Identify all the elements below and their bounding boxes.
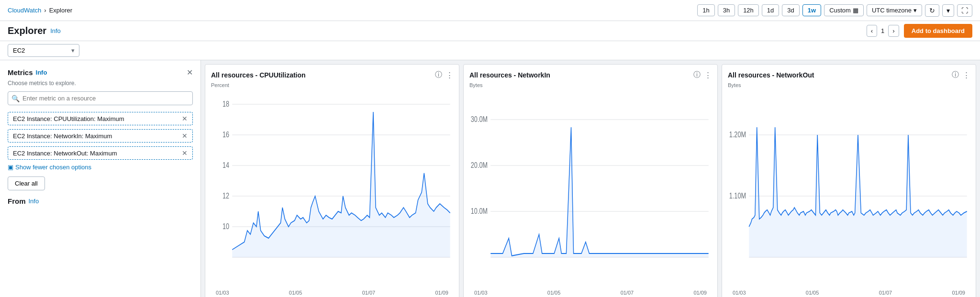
time-1w[interactable]: 1w <box>802 4 821 16</box>
x-label-networkout-1: 01/03 <box>733 290 746 296</box>
from-label: From <box>8 197 26 205</box>
remove-networkin-icon[interactable]: ✕ <box>182 132 188 140</box>
breadcrumb-separator: › <box>44 7 46 14</box>
svg-text:30.0M: 30.0M <box>471 115 488 123</box>
chart-title-cpu: All resources - CPUUtilization <box>211 71 306 79</box>
svg-text:12: 12 <box>223 191 229 200</box>
breadcrumb-current: Explorer <box>49 7 72 14</box>
chevron-down-icon: ▾ <box>947 7 950 14</box>
metric-networkout-label: EC2 Instance: NetworkOut: Maximum <box>13 150 117 157</box>
svg-marker-25 <box>749 127 967 257</box>
chart-menu-btn-networkout[interactable]: ⋮ <box>963 71 970 79</box>
top-bar: CloudWatch › Explorer 1h 3h 12h 1d 3d 1w… <box>0 0 980 21</box>
time-custom[interactable]: Custom ▦ <box>824 4 864 16</box>
chart-header-icons-networkout: ⓘ ⋮ <box>952 70 970 79</box>
search-box: 🔍 <box>8 91 193 105</box>
chart-container-networkin: 30.0M 20.0M 10.0M <box>469 89 712 288</box>
x-label-cpu-4: 01/09 <box>435 290 448 296</box>
time-1h[interactable]: 1h <box>697 4 714 16</box>
chart-header-cpu: All resources - CPUUtilization ⓘ ⋮ <box>211 70 453 79</box>
chart-y-label-networkin: Bytes <box>469 82 712 88</box>
ec2-select-bar: EC2 RDS Lambda ECS ▾ <box>0 41 980 60</box>
chart-header-icons-cpu: ⓘ ⋮ <box>435 70 453 79</box>
time-3h[interactable]: 3h <box>718 4 735 16</box>
time-3d[interactable]: 3d <box>782 4 799 16</box>
add-to-dashboard-btn[interactable]: Add to dashboard <box>904 24 972 38</box>
search-input[interactable] <box>8 91 193 105</box>
metric-cpu-label: EC2 Instance: CPUUtilization: Maximum <box>13 115 124 122</box>
timezone-btn[interactable]: UTC timezone ▾ <box>867 4 922 16</box>
svg-marker-11 <box>232 112 450 257</box>
close-sidebar-btn[interactable]: ✕ <box>187 68 193 77</box>
chart-card-networkin: All resources - NetworkIn ⓘ ⋮ Bytes 30.0… <box>463 64 718 297</box>
x-label-networkout-3: 01/07 <box>879 290 892 296</box>
chart-container-networkout: 1.20M 1.10M <box>728 89 970 288</box>
svg-marker-19 <box>490 127 708 257</box>
svg-text:1.20M: 1.20M <box>729 130 746 139</box>
chart-x-labels-networkout: 01/03 01/05 01/07 01/09 <box>728 290 970 296</box>
x-label-networkin-3: 01/07 <box>621 290 634 296</box>
chart-x-labels-networkin: 01/03 01/05 01/07 01/09 <box>469 290 712 296</box>
svg-text:16: 16 <box>223 130 229 139</box>
ec2-select-wrapper: EC2 RDS Lambda ECS ▾ <box>8 44 79 57</box>
time-12h[interactable]: 12h <box>738 4 759 16</box>
chart-y-label-cpu: Percent <box>211 82 453 88</box>
main-content: Metrics Info ✕ Choose metrics to explore… <box>0 60 980 297</box>
sidebar-subtitle: Choose metrics to explore. <box>8 80 193 87</box>
metric-tag-networkout[interactable]: EC2 Instance: NetworkOut: Maximum ✕ <box>8 146 193 160</box>
top-controls: 1h 3h 12h 1d 3d 1w Custom ▦ UTC timezone… <box>697 4 972 17</box>
svg-text:10: 10 <box>223 222 229 231</box>
next-page-btn[interactable]: › <box>888 25 899 37</box>
from-section: From Info <box>8 197 193 205</box>
chart-menu-btn-cpu[interactable]: ⋮ <box>446 71 453 79</box>
sidebar-header: Metrics Info ✕ <box>8 68 193 77</box>
x-label-cpu-2: 01/05 <box>289 290 302 296</box>
custom-label: Custom <box>829 7 851 14</box>
chart-x-labels-cpu: 01/03 01/05 01/07 01/09 <box>211 290 453 296</box>
from-info-link[interactable]: Info <box>29 198 39 205</box>
breadcrumb-cloudwatch[interactable]: CloudWatch <box>8 7 41 14</box>
page-number: 1 <box>881 27 884 34</box>
sidebar-title: Metrics Info <box>8 68 47 77</box>
page-title: Explorer <box>8 25 46 36</box>
x-label-networkin-1: 01/03 <box>474 290 488 296</box>
refresh-btn[interactable]: ↻ <box>925 4 939 17</box>
remove-networkout-icon[interactable]: ✕ <box>182 149 188 157</box>
refresh-icon: ↻ <box>929 7 935 14</box>
second-bar: Explorer Info ‹ 1 › Add to dashboard <box>0 21 980 41</box>
chart-info-btn-networkin[interactable]: ⓘ <box>693 70 701 79</box>
metrics-info-link[interactable]: Info <box>36 69 47 76</box>
dropdown-btn[interactable]: ▾ <box>942 4 954 17</box>
show-fewer-btn[interactable]: ▣ Show fewer chosen options <box>8 164 91 171</box>
clear-all-btn[interactable]: Clear all <box>8 176 45 190</box>
time-1d[interactable]: 1d <box>762 4 779 16</box>
chart-info-btn-cpu[interactable]: ⓘ <box>435 70 442 79</box>
metric-tag-networkin[interactable]: EC2 Instance: NetworkIn: Maximum ✕ <box>8 129 193 143</box>
prev-page-btn[interactable]: ‹ <box>867 25 877 37</box>
svg-text:18: 18 <box>223 99 229 108</box>
chart-menu-btn-networkin[interactable]: ⋮ <box>704 71 712 79</box>
timezone-label: UTC timezone <box>872 7 912 14</box>
chart-title-networkout: All resources - NetworkOut <box>728 71 814 79</box>
metrics-label: Metrics <box>8 68 33 77</box>
ec2-select[interactable]: EC2 RDS Lambda ECS <box>8 44 79 57</box>
svg-text:20.0M: 20.0M <box>471 161 488 169</box>
chart-y-label-networkout: Bytes <box>728 82 970 88</box>
metric-tag-cpu[interactable]: EC2 Instance: CPUUtilization: Maximum ✕ <box>8 112 193 125</box>
x-label-networkin-2: 01/05 <box>547 290 561 296</box>
x-label-networkout-4: 01/09 <box>952 290 965 296</box>
show-fewer-icon: ▣ <box>8 164 13 171</box>
chart-header-networkin: All resources - NetworkIn ⓘ ⋮ <box>469 70 712 79</box>
search-icon: 🔍 <box>11 95 20 102</box>
svg-text:1.10M: 1.10M <box>729 191 746 200</box>
remove-cpu-icon[interactable]: ✕ <box>182 115 188 122</box>
chevron-down-icon: ▾ <box>913 7 917 14</box>
page-info-link[interactable]: Info <box>50 27 61 34</box>
metric-networkin-label: EC2 Instance: NetworkIn: Maximum <box>13 132 112 140</box>
chart-container-cpu: 18 16 14 12 10 <box>211 89 453 288</box>
chart-card-cpu: All resources - CPUUtilization ⓘ ⋮ Perce… <box>205 64 459 297</box>
x-label-networkin-4: 01/09 <box>693 290 707 296</box>
calendar-icon: ▦ <box>853 7 858 14</box>
fullscreen-btn[interactable]: ⛶ <box>957 4 972 17</box>
chart-info-btn-networkout[interactable]: ⓘ <box>952 70 959 79</box>
